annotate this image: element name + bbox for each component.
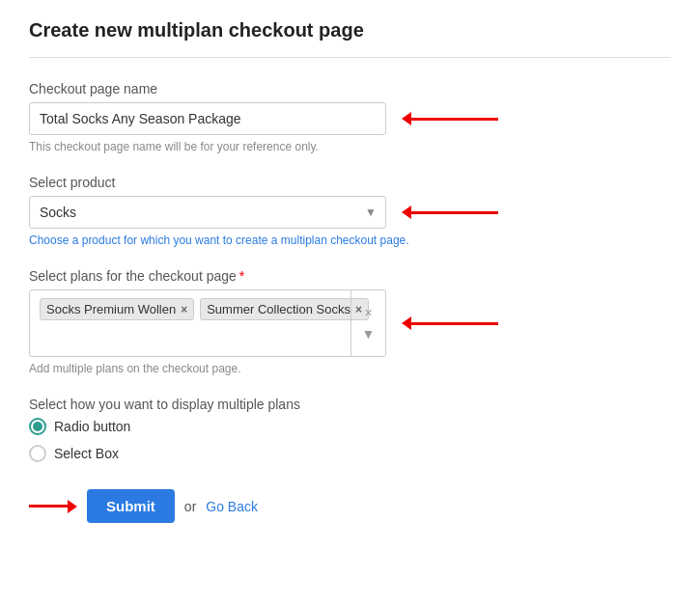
checkout-name-row — [29, 102, 671, 135]
product-select-wrapper: Socks ▼ — [29, 196, 386, 229]
product-select[interactable]: Socks — [29, 196, 386, 229]
product-row: Socks ▼ — [29, 196, 671, 229]
plans-hint: Add multiple plans on the checkout page. — [29, 362, 671, 375]
plan-tag-1: Socks Premium Wollen × — [40, 298, 194, 320]
radio-circle-1 — [29, 418, 46, 435]
radio-circle-2 — [29, 445, 46, 462]
submit-button[interactable]: Submit — [87, 489, 175, 523]
go-back-link[interactable]: Go Back — [206, 499, 258, 514]
product-hint: Choose a product for which you want to c… — [29, 233, 671, 247]
radio-group: Radio button Select Box — [29, 418, 671, 462]
arrow-2 — [402, 206, 498, 219]
arrow-4 — [29, 500, 77, 513]
radio-label-2: Select Box — [54, 446, 119, 461]
or-text: or — [184, 499, 196, 514]
multiselect-controls: × ▼ — [350, 290, 385, 356]
radio-option-radio-button[interactable]: Radio button — [29, 418, 671, 435]
checkout-name-section: Checkout page name This checkout page na… — [29, 81, 671, 153]
checkout-name-hint: This checkout page name will be for your… — [29, 140, 671, 153]
product-label: Select product — [29, 175, 671, 190]
checkout-name-input[interactable] — [29, 102, 386, 135]
plan-tag-2: Summer Collection Socks × — [200, 298, 369, 320]
page-title: Create new multiplan checkout page — [29, 19, 671, 41]
plans-multiselect[interactable]: Socks Premium Wollen × Summer Collection… — [29, 289, 386, 357]
arrow-3 — [402, 316, 498, 330]
multiselect-toggle-icon[interactable]: ▼ — [358, 323, 379, 344]
plan-tag-1-label: Socks Premium Wollen — [46, 302, 176, 316]
multiselect-clear-icon[interactable]: × — [360, 302, 376, 323]
radio-option-select-box[interactable]: Select Box — [29, 445, 671, 462]
display-section: Select how you want to display multiple … — [29, 397, 671, 462]
arrow-1 — [402, 112, 498, 125]
plans-section: Select plans for the checkout page* Sock… — [29, 268, 671, 375]
submit-row: Submit or Go Back — [29, 489, 671, 523]
radio-label-1: Radio button — [54, 419, 130, 434]
plan-tag-2-label: Summer Collection Socks — [207, 302, 350, 316]
display-label: Select how you want to display multiple … — [29, 397, 671, 412]
plans-multiselect-row: Socks Premium Wollen × Summer Collection… — [29, 289, 671, 357]
plans-label: Select plans for the checkout page* — [29, 268, 671, 284]
plan-tag-1-remove[interactable]: × — [181, 303, 187, 316]
product-section: Select product Socks ▼ Choose a product … — [29, 175, 671, 247]
checkout-name-label: Checkout page name — [29, 81, 671, 96]
